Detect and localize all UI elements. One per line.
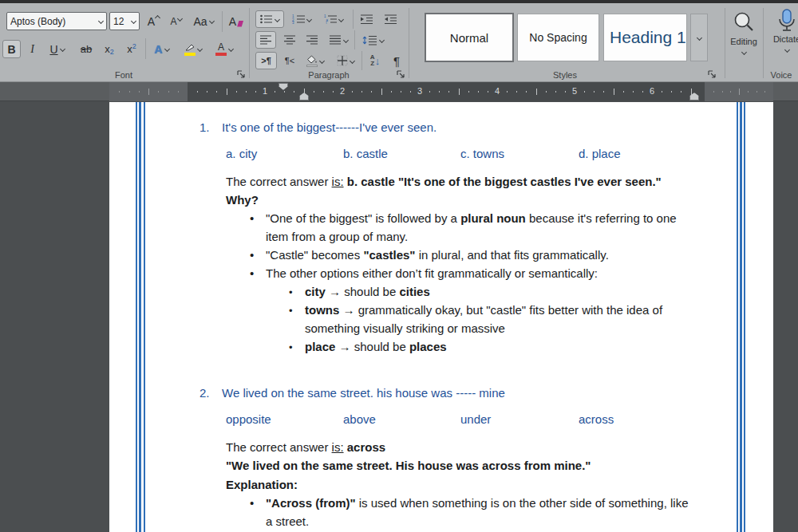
align-right-icon [306, 35, 318, 45]
decrease-indent-button[interactable] [356, 10, 377, 28]
editing-button[interactable]: Editing [728, 8, 760, 57]
option-b: above [343, 412, 376, 426]
font-size-value: 12 [113, 16, 129, 27]
mini-separator [145, 38, 146, 59]
font-dialog-launcher[interactable] [236, 69, 246, 79]
ltr-direction-button[interactable]: >¶ [255, 52, 277, 69]
clear-formatting-button[interactable]: A [226, 12, 247, 30]
font-name-combobox[interactable]: Aptos (Body) [6, 12, 107, 30]
editing-group: Editing [726, 3, 761, 82]
ribbon: Aptos (Body) 12 A A Aa A B I [0, 0, 798, 82]
shrink-font-button[interactable]: A [166, 12, 186, 30]
style-no-spacing[interactable]: No Spacing [517, 14, 599, 61]
group-separator [725, 8, 725, 78]
underline-button[interactable]: U [44, 40, 70, 58]
chevron-down-icon [342, 37, 348, 42]
font-color-swatch [215, 53, 227, 56]
sort-button[interactable]: A Z ↓ [364, 52, 386, 69]
bullet-icon [289, 282, 305, 301]
styles-dialog-launcher[interactable] [707, 69, 717, 79]
sort-arrow-icon: ↓ [375, 55, 381, 67]
chevron-down-icon [784, 47, 789, 53]
italic-button[interactable]: I [24, 40, 41, 58]
show-hide-formatting-button[interactable]: ¶ [388, 52, 405, 69]
multilevel-list-button[interactable]: 1ai [319, 10, 348, 28]
explanation-heading: Explanation: [226, 475, 385, 494]
option-d: d. place [579, 147, 621, 160]
bullet-icon [250, 494, 266, 530]
dictate-button[interactable]: Dictate [766, 8, 798, 57]
align-center-button[interactable] [279, 31, 300, 49]
list-item: "Across (from)" is used when something i… [250, 494, 701, 530]
styles-more-button[interactable] [690, 14, 708, 61]
paragraph-group-label: Paragraph [251, 70, 407, 80]
line-spacing-button[interactable] [358, 31, 388, 49]
subscript-button[interactable]: x2 [99, 40, 120, 58]
voice-group-label: Voice [764, 70, 798, 80]
grow-font-button[interactable]: A [144, 12, 164, 30]
mini-separator [354, 30, 355, 49]
paint-bucket-icon [306, 55, 318, 67]
bullet-icon [250, 246, 266, 264]
font-name-value: Aptos (Body) [10, 16, 97, 27]
word-app-window: { "ribbon": { "font_group": { "label": "… [0, 0, 798, 532]
justify-button[interactable] [324, 31, 353, 49]
chevron-down-icon [60, 46, 65, 52]
bold-button[interactable]: B [2, 40, 21, 58]
numbering-button[interactable]: 123 [287, 10, 316, 28]
question-1: 1. It's one of the biggest------I've eve… [200, 118, 694, 136]
styles-group-label: Styles [412, 70, 718, 80]
strikethrough-button[interactable]: ab [75, 40, 97, 58]
shading-button[interactable] [301, 52, 330, 69]
list-item: "One of the biggest" is followed by a pl… [250, 209, 701, 246]
align-left-button[interactable] [255, 31, 276, 49]
ruler-number: 4 [495, 86, 500, 96]
question-2: 2. We lived on the same street. his hous… [200, 384, 694, 402]
page-border-left [144, 102, 145, 532]
sub-list-item: city → should be cities [289, 282, 696, 301]
chevron-down-icon [275, 16, 280, 22]
list-item: The other options either don’t fit gramm… [250, 264, 701, 282]
voice-group: Dictate Voice [764, 3, 798, 82]
style-heading-1[interactable]: Heading 1 [603, 14, 687, 61]
eraser-icon [237, 21, 243, 27]
answer-line-2: The correct answer is: across [226, 438, 721, 456]
option-c: c. towns [460, 147, 504, 160]
bullets-button[interactable] [255, 10, 284, 28]
chevron-down-icon [176, 16, 182, 22]
borders-button[interactable] [331, 52, 360, 69]
text-highlight-button[interactable] [179, 40, 207, 58]
svg-text:3: 3 [292, 21, 294, 24]
mini-separator [361, 51, 362, 70]
change-case-button[interactable]: Aa [188, 12, 219, 30]
microphone-icon [776, 9, 797, 33]
chevron-down-icon [350, 57, 355, 63]
question-number: 2. [200, 384, 222, 402]
option-c: under [460, 412, 491, 426]
option-d: across [579, 412, 614, 426]
ruler-number: 5 [572, 86, 577, 96]
paragraph-dialog-launcher[interactable] [396, 69, 405, 79]
chevron-down-icon [197, 46, 203, 52]
font-group-label: Font [0, 70, 247, 80]
text-effects-button[interactable]: A [148, 40, 175, 58]
paragraph-group: 123 1ai [251, 3, 407, 82]
superscript-button[interactable]: x2 [121, 40, 142, 58]
chevron-down-icon [378, 37, 384, 42]
style-normal[interactable]: Normal [425, 14, 513, 61]
ruler[interactable]: 123456 [0, 82, 798, 101]
font-size-combobox[interactable]: 12 [109, 12, 140, 30]
multilevel-list-icon: 1ai [324, 14, 337, 24]
increase-indent-button[interactable] [380, 10, 401, 28]
answer-quote-2: "We lived on the same street. His house … [226, 456, 721, 475]
rtl-direction-button[interactable]: ¶< [280, 52, 299, 69]
document-page[interactable]: 1. It's one of the biggest------I've eve… [109, 102, 773, 532]
page-border-left [139, 102, 141, 532]
page-border-right [740, 102, 742, 532]
font-color-button[interactable]: A [210, 40, 239, 58]
align-right-button[interactable] [302, 31, 322, 49]
chevron-down-icon [696, 34, 701, 40]
ruler-number: 3 [417, 86, 422, 96]
answer-line-1: The correct answer is: b. castle "It's o… [226, 172, 721, 191]
svg-text:i: i [326, 21, 327, 24]
